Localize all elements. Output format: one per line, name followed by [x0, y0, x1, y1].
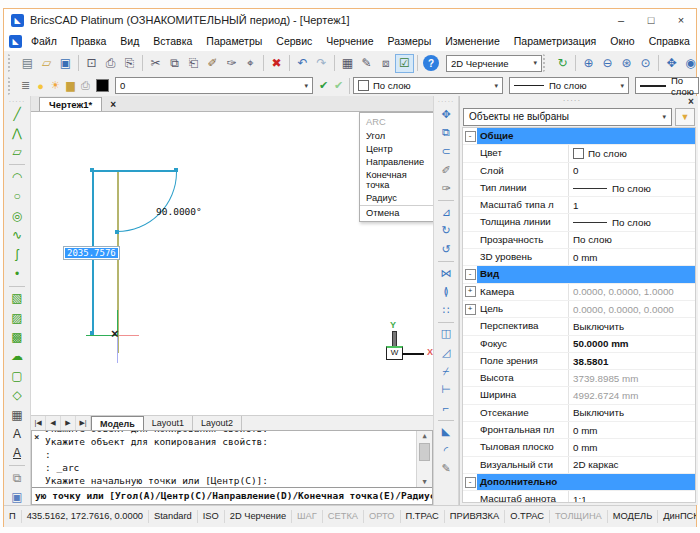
- menu-item[interactable]: Окно: [603, 35, 641, 47]
- toolbar-icon[interactable]: [78, 55, 79, 71]
- property-value[interactable]: По слою: [569, 180, 695, 196]
- open-file-icon[interactable]: ▱: [37, 54, 56, 73]
- property-row[interactable]: - Дополнительно: [463, 474, 695, 491]
- save-icon[interactable]: ▣: [56, 54, 75, 73]
- menu-item[interactable]: Параметризация: [507, 35, 604, 47]
- mirror-3d-icon[interactable]: ≬: [436, 282, 456, 301]
- menu-item[interactable]: Вставка: [146, 35, 199, 47]
- polyline-icon[interactable]: ⋀: [7, 123, 27, 142]
- expand-box-icon[interactable]: -: [463, 128, 477, 144]
- property-value[interactable]: 1: [569, 197, 695, 213]
- status-field[interactable]: МОДЕЛЬ: [608, 510, 658, 523]
- expand-box-icon[interactable]: [463, 387, 477, 403]
- trim-icon[interactable]: ⌿: [436, 362, 456, 381]
- menu-item[interactable]: Изменение: [438, 35, 507, 47]
- redo-icon[interactable]: ↷: [312, 54, 331, 73]
- property-row[interactable]: Высота 3739.8985 mm: [463, 370, 695, 387]
- expand-box-icon[interactable]: -: [463, 474, 477, 490]
- expand-box-icon[interactable]: [463, 370, 477, 386]
- drawing-explorer-icon[interactable]: ☑: [395, 54, 414, 73]
- toolbar-icon[interactable]: [658, 55, 659, 71]
- status-field[interactable]: Standard: [149, 510, 198, 523]
- linetype-combo[interactable]: По слою ▾: [509, 77, 629, 94]
- layer-previous-icon[interactable]: ✔: [331, 76, 346, 95]
- modify-tool-icon[interactable]: [438, 200, 454, 201]
- status-field[interactable]: СЕТКА: [323, 510, 364, 523]
- property-value[interactable]: 1:1: [569, 491, 695, 503]
- status-field[interactable]: 2D Черчение: [225, 510, 292, 523]
- status-field[interactable]: ISO: [198, 510, 225, 523]
- expand-box-icon[interactable]: [463, 353, 477, 369]
- zoom-previous-icon[interactable]: ⊙: [636, 54, 655, 73]
- pan-icon[interactable]: ✥: [662, 54, 681, 73]
- move-icon[interactable]: ✥: [436, 105, 456, 124]
- property-value[interactable]: 0 mm: [569, 249, 695, 265]
- command-input[interactable]: ую точку или [Угол(A)/Центр(C)/Направлен…: [32, 487, 432, 504]
- expand-box-icon[interactable]: [463, 439, 477, 455]
- toolbar-icon[interactable]: [417, 55, 418, 71]
- toolbar-icon[interactable]: [575, 55, 576, 71]
- expand-box-icon[interactable]: [463, 145, 477, 161]
- print-icon[interactable]: ⎙: [101, 54, 120, 73]
- copy-entities-icon[interactable]: ⧉: [436, 124, 456, 143]
- dynamic-input-field[interactable]: 2035.7576: [63, 246, 120, 260]
- new-file-icon[interactable]: ▤: [18, 54, 37, 73]
- scroll-down-icon[interactable]: ▼: [417, 478, 432, 486]
- array-icon[interactable]: ∷: [436, 301, 456, 320]
- publish-icon[interactable]: ⎘: [120, 54, 139, 73]
- boundary-icon[interactable]: ▧: [7, 289, 27, 308]
- circle-icon[interactable]: ○: [7, 187, 27, 206]
- toolbar-icon[interactable]: [334, 55, 335, 71]
- property-value[interactable]: 0: [569, 163, 695, 179]
- command-scrollbar[interactable]: ▲ ▼: [416, 431, 432, 487]
- select-icon[interactable]: ⌖: [241, 54, 260, 73]
- match-properties-icon[interactable]: ✐: [203, 54, 222, 73]
- property-row[interactable]: Визуальный сти 2D каркас: [463, 457, 695, 474]
- property-row[interactable]: Фронтальная пл 0 mm: [463, 422, 695, 439]
- property-value[interactable]: По слою: [569, 145, 695, 161]
- expand-box-icon[interactable]: [463, 491, 477, 503]
- expand-box-icon[interactable]: -: [463, 266, 477, 282]
- modify-tool-icon[interactable]: [438, 420, 454, 421]
- property-value[interactable]: 0.0000, 0.0000, 0.0000: [569, 301, 695, 317]
- polygon-icon[interactable]: ▱: [7, 143, 27, 162]
- mtext-icon[interactable]: A: [7, 444, 27, 463]
- property-row[interactable]: - Вид: [463, 266, 695, 283]
- expand-box-icon[interactable]: [463, 214, 477, 230]
- minimize-button[interactable]: –: [606, 9, 636, 31]
- print-preview-icon[interactable]: ⊡: [82, 54, 101, 73]
- property-value[interactable]: Выключить: [569, 405, 695, 421]
- layout-nav-button[interactable]: ◀: [46, 416, 61, 430]
- fillet-icon[interactable]: ◜: [436, 441, 456, 460]
- context-menu-cancel[interactable]: Отмена: [360, 205, 433, 221]
- expand-box-icon[interactable]: [463, 457, 477, 473]
- layer-lock-icon[interactable]: ▆: [63, 76, 78, 95]
- property-row[interactable]: Тип линии По слою: [463, 180, 695, 197]
- scroll-thumb[interactable]: [419, 443, 430, 461]
- context-menu-item[interactable]: Радиус: [360, 192, 433, 205]
- leader-icon[interactable]: ʃ: [7, 245, 27, 264]
- regen-icon[interactable]: ↻: [553, 54, 572, 73]
- property-row[interactable]: Слой 0: [463, 163, 695, 180]
- paste-icon[interactable]: ⎗: [184, 54, 203, 73]
- layer-color-swatch[interactable]: [96, 79, 109, 92]
- layout-nav-button[interactable]: ▶|: [76, 416, 91, 430]
- modify-tool-icon[interactable]: [438, 322, 454, 323]
- expand-box-icon[interactable]: [463, 163, 477, 179]
- property-row[interactable]: + Камера 0.0000, 0.0000, 1.0000: [463, 284, 695, 301]
- insert-table-icon[interactable]: ▦: [7, 405, 27, 424]
- erase-icon[interactable]: ✖: [267, 54, 286, 73]
- align-icon[interactable]: ◫: [436, 325, 456, 344]
- measure-icon[interactable]: ✎: [436, 460, 456, 479]
- expand-box-icon[interactable]: [463, 405, 477, 421]
- status-field[interactable]: П: [4, 510, 22, 523]
- status-field[interactable]: ТОЛЩИНА: [550, 510, 608, 523]
- toolbar-icon[interactable]: [142, 55, 143, 71]
- document-close-icon[interactable]: ×: [110, 99, 116, 111]
- scroll-up-icon[interactable]: ▲: [417, 432, 432, 440]
- layer-freeze-sun-icon[interactable]: ☀: [48, 76, 63, 95]
- menu-item[interactable]: Сервис: [269, 35, 319, 47]
- scale-icon[interactable]: ⊿: [436, 203, 456, 222]
- property-value[interactable]: 0 mm: [569, 439, 695, 455]
- arc-icon[interactable]: ◠: [7, 167, 27, 186]
